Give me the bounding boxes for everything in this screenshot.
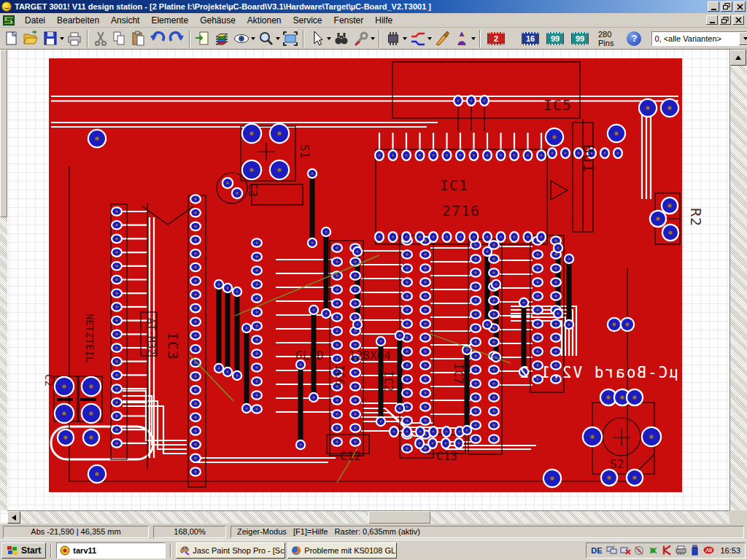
pointer-tool-button[interactable]	[307, 29, 332, 48]
menu-gehaeuse[interactable]: Gehäuse	[194, 14, 241, 27]
label-r2: R2	[687, 208, 705, 227]
close-button[interactable]	[734, 1, 746, 12]
usb-device-icon[interactable]	[689, 545, 700, 556]
application-window: TARGET 3001! V11 design station - [2 Pla…	[0, 0, 747, 560]
left-scrollbar-thumb[interactable]	[0, 50, 7, 217]
firefox-icon	[291, 545, 301, 556]
ati-icon[interactable]	[703, 545, 714, 556]
label-c13: C13	[436, 449, 457, 463]
taskbar: Start tarv11 Jasc Paint Shop Pro - [Sc..…	[0, 540, 747, 560]
task-tarv11[interactable]: tarv11	[56, 542, 166, 559]
variant-select-value: 0, <alle Varianten>	[652, 34, 739, 43]
copy-button[interactable]	[110, 29, 129, 48]
new-file-button[interactable]	[2, 29, 21, 48]
task-label: Jasc Paint Shop Pro - [Sc...	[193, 546, 285, 555]
menu-aktionen[interactable]: Aktionen	[241, 14, 287, 27]
language-indicator[interactable]: DE	[591, 546, 602, 555]
film-button-3[interactable]: 99	[546, 32, 564, 45]
menu-fenster[interactable]: Fenster	[328, 14, 370, 27]
pcb-canvas[interactable]: IC5 Bu1 IC1 2716 S1 C3 IC3 AT-M32 NETZTE…	[0, 50, 747, 524]
undo-button[interactable]	[148, 29, 167, 48]
tools-dropdown-icon[interactable]	[371, 37, 375, 40]
menu-elemente[interactable]: Elemente	[145, 14, 194, 27]
window-title: TARGET 3001! V11 design station - [2 Pla…	[15, 2, 708, 11]
search-button[interactable]	[332, 29, 351, 48]
tools-button[interactable]	[351, 29, 376, 48]
minimize-button[interactable]	[708, 1, 719, 12]
menu-bar: Datei Bearbeiten Ansicht Elemente Gehäus…	[0, 13, 747, 28]
task-browser[interactable]: Probleme mit KS0108 GL...	[287, 542, 397, 559]
component-dropdown-icon[interactable]	[403, 37, 407, 40]
label-ic2: IC2	[382, 370, 395, 392]
task-label: Probleme mit KS0108 GL...	[304, 546, 397, 555]
print-button[interactable]	[65, 29, 84, 48]
network-icon[interactable]	[606, 545, 617, 556]
menu-bearbeiten[interactable]: Bearbeiten	[51, 14, 105, 27]
save-button[interactable]	[40, 29, 65, 48]
scroll-up-button[interactable]	[730, 50, 746, 66]
film-button-4[interactable]: 99	[571, 32, 589, 45]
pointer-dropdown-icon[interactable]	[327, 37, 331, 40]
mdi-minimize-button[interactable]	[706, 15, 718, 25]
cd-icon[interactable]	[634, 545, 645, 556]
label-glcd: GLCD	[295, 349, 324, 362]
label-ic7: IC7	[452, 363, 465, 384]
clock[interactable]: 16:53	[720, 546, 740, 555]
variant-dropdown-button[interactable]	[739, 32, 747, 45]
mdi-restore-button[interactable]	[719, 15, 731, 25]
import-button[interactable]	[193, 29, 212, 48]
route-dropdown-icon[interactable]	[427, 37, 432, 40]
component-button[interactable]	[383, 29, 408, 48]
route-button[interactable]	[408, 29, 433, 48]
menu-datei[interactable]: Datei	[19, 14, 51, 27]
film-button-2[interactable]: 16	[522, 32, 539, 45]
paint-shop-icon	[179, 545, 190, 556]
left-scrollbar[interactable]	[0, 50, 7, 510]
kaspersky-icon[interactable]	[662, 545, 673, 556]
task-paint-shop-pro[interactable]: Jasc Paint Shop Pro - [Sc...	[176, 542, 285, 559]
horizontal-scrollbar[interactable]	[7, 510, 729, 524]
cut-button[interactable]	[91, 29, 110, 48]
label-netzteil: NETZTEIL	[84, 314, 96, 362]
menu-ansicht[interactable]: Ansicht	[105, 14, 145, 27]
restore-button[interactable]	[721, 1, 732, 12]
label-ic6: IC6	[333, 365, 347, 386]
start-label: Start	[21, 545, 41, 556]
label-ic5: IC5	[543, 96, 572, 114]
wizard-dropdown-icon[interactable]	[471, 37, 476, 40]
toolbar: 2 16 99 99 280 Pins ? 0, <alle Varianten…	[0, 28, 747, 50]
fit-view-button[interactable]	[281, 29, 300, 48]
film-button-1[interactable]: 2	[487, 32, 505, 45]
printer-icon[interactable]	[676, 545, 686, 556]
solder-pen-button[interactable]	[433, 29, 452, 48]
wizard-button[interactable]	[452, 29, 476, 48]
horizontal-scrollbar-thumb[interactable]	[368, 511, 430, 524]
label-c12: C12	[340, 449, 361, 463]
pcb-drawing[interactable]: IC5 Bu1 IC1 2716 S1 C3 IC3 AT-M32 NETZTE…	[0, 50, 747, 524]
paste-button[interactable]	[129, 29, 148, 48]
label-ic1: IC1	[440, 176, 468, 194]
menu-hilfe[interactable]: Hilfe	[369, 14, 398, 27]
help-button[interactable]: ?	[627, 31, 641, 46]
app-icon	[1, 1, 12, 12]
scroll-left-button[interactable]	[7, 511, 20, 524]
start-button[interactable]: Start	[1, 542, 46, 559]
right-scrollbar[interactable]	[729, 50, 747, 510]
view-eye-button[interactable]	[231, 29, 256, 48]
network-offline-icon[interactable]	[620, 545, 631, 556]
pin-count-label: 280 Pins	[598, 30, 614, 47]
antivirus-icon[interactable]	[648, 545, 659, 556]
mdi-close-button[interactable]	[732, 15, 744, 25]
layers-button[interactable]	[212, 29, 231, 48]
redo-button[interactable]	[167, 29, 186, 48]
zoom-dropdown-icon[interactable]	[276, 37, 280, 40]
label-board-name-mirrored: µC-Board V2.1.2	[518, 364, 678, 381]
status-coordinates: Abs -21,590 | 46,355 mm	[3, 526, 149, 538]
label-s1: S1	[298, 144, 311, 158]
save-dropdown-icon[interactable]	[60, 37, 64, 40]
view-dropdown-icon[interactable]	[251, 37, 255, 40]
variant-select[interactable]: 0, <alle Varianten>	[651, 31, 747, 46]
open-file-button[interactable]	[21, 29, 40, 48]
zoom-button[interactable]	[256, 29, 281, 48]
menu-service[interactable]: Service	[287, 14, 328, 27]
